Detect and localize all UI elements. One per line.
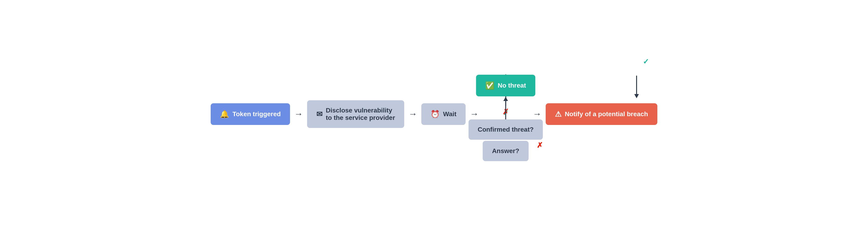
arrow-3: → <box>466 109 483 119</box>
envelope-icon: ✉ <box>316 110 322 119</box>
wait-label: Wait <box>443 110 456 118</box>
arrow-head-down-1 <box>634 94 639 98</box>
confirmed-yes-area <box>634 76 639 98</box>
warning-icon: ⚠ <box>555 110 562 119</box>
flowchart-diagram: 🔔 Token triggered → ✉ Disclose vulnerabi… <box>211 67 657 161</box>
token-triggered-label: Token triggered <box>232 110 281 118</box>
notify-wrapper: ✓ ⚠ Notify of a potential breach <box>546 103 657 125</box>
no-threat-wrapper: ✅ No threat <box>476 75 535 96</box>
answer-node: Answer? <box>483 141 528 161</box>
no-threat-label: No threat <box>498 82 526 89</box>
arrow-4: → <box>529 109 546 119</box>
disclose-node: ✉ Disclose vulnerability to the service … <box>307 100 404 128</box>
notify-label: Notify of a potential breach <box>565 110 648 118</box>
disclose-label-line1: Disclose vulnerability <box>326 107 395 114</box>
token-triggered-node: 🔔 Token triggered <box>211 103 290 125</box>
disclose-label-line2: to the service provider <box>326 114 395 122</box>
confirmed-threat-label: Confirmed threat? <box>477 126 534 133</box>
answer-label: Answer? <box>492 147 519 155</box>
confirmed-column: Confirmed threat? ✗ ✅ No threat <box>468 120 543 140</box>
vert-line-2 <box>505 101 506 120</box>
vert-arrow-confirmed-nothreat <box>503 97 508 120</box>
confirmed-check-label: ✓ <box>643 57 649 66</box>
bell-icon: 🔔 <box>220 110 229 119</box>
no-threat-node: ✅ No threat <box>476 75 535 96</box>
wait-node: ⏰ Wait <box>421 103 466 125</box>
answer-no-label: ✗ <box>537 141 543 150</box>
arrow-head-up-2 <box>503 97 508 101</box>
notify-node: ⚠ Notify of a potential breach <box>546 103 657 125</box>
clock-icon: ⏰ <box>431 110 440 119</box>
arrow-1: → <box>290 109 307 119</box>
answer-x-label: ✗ <box>537 141 543 150</box>
answer-branch-section: Answer? ✗ ✓ Confirmed threat? ✗ <box>483 67 528 161</box>
check-circle-icon: ✅ <box>485 81 494 90</box>
arrow-2: → <box>404 109 421 119</box>
vert-line-3 <box>636 76 637 94</box>
confirmed-threat-node: Confirmed threat? <box>468 120 543 140</box>
confirmed-green-label: ✓ <box>643 57 649 66</box>
